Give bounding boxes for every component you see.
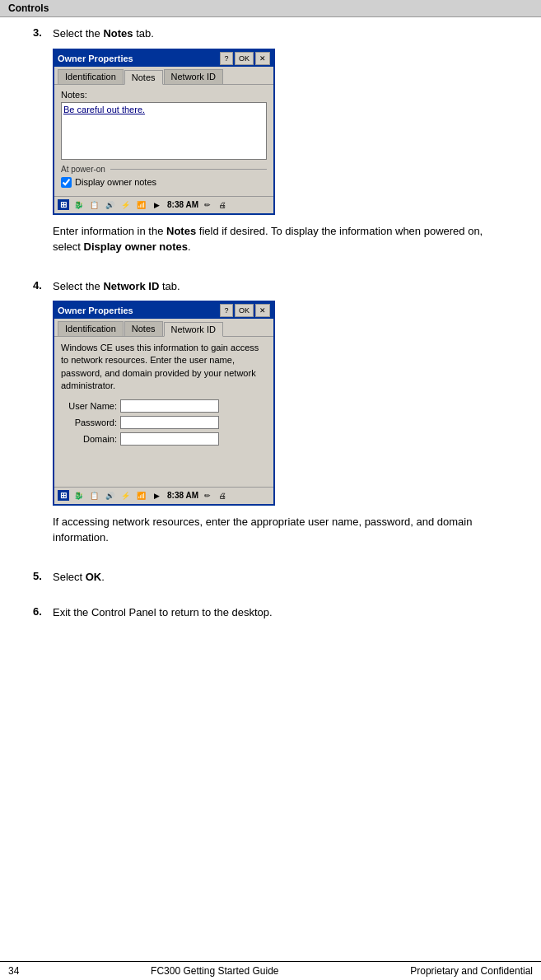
dialog-2-help-button[interactable]: ? [220,304,233,317]
display-owner-notes-label: Display owner notes [75,177,156,187]
taskbar2-icon-2: 📋 [87,489,100,502]
taskbar-icon-1: 🐉 [72,198,85,212]
step-3-text: Select the Notes tab. [53,26,508,42]
dialog-1-body: Notes: Be careful out there. At power-on… [54,85,273,196]
owner-properties-networkid-dialog: Owner Properties ? OK ✕ Identification N… [53,301,275,506]
step-4-description: If accessing network resources, enter th… [53,514,508,546]
tab-networkid-2[interactable]: Network ID [164,322,223,337]
dialog-2-close-button[interactable]: ✕ [255,304,270,317]
username-row: User Name: [61,399,267,413]
taskbar2-icon-3: 🔊 [103,489,116,502]
step-5-content: Select OK. [53,569,508,592]
dialog-1-taskbar: ⊞ 🐉 📋 🔊 ⚡ 📶 ▶ 8:38 AM ✏ 🖨 [54,196,273,213]
step-3-number: 3. [33,26,53,265]
step-3-content: Select the Notes tab. Owner Properties ?… [53,26,508,265]
taskbar2-icon-7: ✏ [201,489,214,502]
page-header: Controls [0,0,541,17]
separator-hr [110,169,267,170]
step-3-bold: Notes [103,27,133,40]
step-6: 6. Exit the Control Panel to return to t… [33,604,508,628]
page-footer: 34 FC300 Getting Started Guide Proprieta… [0,961,541,980]
dialog-2-body: Windows CE uses this information to gain… [54,337,273,487]
step-5-bold: OK [86,571,102,583]
dialog-1-close-button[interactable]: ✕ [255,52,270,65]
username-label: User Name: [61,401,117,411]
step-5-number: 5. [33,569,53,592]
notes-field-label: Notes: [61,90,267,100]
separator-label: At power-on [61,165,105,174]
dialog-2-ok-button[interactable]: OK [235,304,254,317]
start-button-1[interactable]: ⊞ [58,199,69,210]
password-input[interactable] [120,416,219,429]
taskbar-icon-6: ▶ [150,198,163,212]
network-info-text: Windows CE uses this information to gain… [61,342,267,393]
dialog-2-titlebar: Owner Properties ? OK ✕ [54,302,273,319]
step-4: 4. Select the Network ID tab. Owner Prop… [33,278,508,556]
step-5-text: Select OK. [53,569,508,586]
step-6-content: Exit the Control Panel to return to the … [53,604,508,628]
tab-identification-1[interactable]: Identification [58,69,124,84]
domain-input[interactable] [120,432,219,446]
dialog-1-buttons: ? OK ✕ [220,52,270,65]
taskbar2-icon-5: 📶 [134,489,147,502]
taskbar-icon-8: 🖨 [217,198,230,212]
display-owner-notes-checkbox[interactable] [61,177,72,188]
dialog-1-title: Owner Properties [58,54,220,63]
taskbar2-icon-1: 🐉 [72,489,85,502]
header-title: Controls [8,2,49,14]
step-5: 5. Select OK. [33,569,508,592]
start-button-2[interactable]: ⊞ [58,490,69,501]
tab-notes-2[interactable]: Notes [124,321,163,336]
step-3-description: Enter information in the Notes field if … [53,223,508,255]
owner-properties-notes-dialog: Owner Properties ? OK ✕ Identification N… [53,49,275,215]
taskbar-icon-5: 📶 [134,198,147,212]
username-input[interactable] [120,399,219,413]
dialog-1-help-button[interactable]: ? [220,52,233,65]
tab-networkid-1[interactable]: Network ID [164,69,223,84]
taskbar2-icon-8: 🖨 [217,489,230,502]
tab-identification-2[interactable]: Identification [58,321,124,336]
step-4-text: Select the Network ID tab. [53,278,508,295]
password-label: Password: [61,418,117,427]
taskbar-icon-3: 🔊 [103,198,116,212]
domain-row: Domain: [61,432,267,446]
display-owner-notes-row: Display owner notes [61,177,267,188]
taskbar-time-2: 8:38 AM [167,491,198,500]
step-6-number: 6. [33,604,53,628]
taskbar2-icon-4: ⚡ [119,489,132,502]
at-power-on-separator: At power-on [61,165,267,174]
dialog-1-ok-button[interactable]: OK [235,52,254,65]
footer-center: FC300 Getting Started Guide [151,965,278,977]
password-row: Password: [61,416,267,429]
dialog-2-title: Owner Properties [58,306,220,315]
step-4-number: 4. [33,278,53,556]
step-4-bold: Network ID [103,280,159,292]
step-4-content: Select the Network ID tab. Owner Propert… [53,278,508,556]
taskbar-icon-7: ✏ [201,198,214,212]
dialog-2-buttons: ? OK ✕ [220,304,270,317]
step-3: 3. Select the Notes tab. Owner Propertie… [33,26,508,265]
domain-label: Domain: [61,434,117,444]
taskbar-icon-4: ⚡ [119,198,132,212]
dialog-1-tab-bar: Identification Notes Network ID [54,67,273,85]
footer-left: 34 [8,965,19,977]
tab-notes-1[interactable]: Notes [124,70,163,85]
dialog-2-taskbar: ⊞ 🐉 📋 🔊 ⚡ 📶 ▶ 8:38 AM ✏ 🖨 [54,487,273,504]
taskbar-icon-2: 📋 [87,198,100,212]
dialog-2-tab-bar: Identification Notes Network ID [54,319,273,337]
step-6-text: Exit the Control Panel to return to the … [53,604,508,621]
footer-right: Proprietary and Confidential [410,965,533,977]
main-content: 3. Select the Notes tab. Owner Propertie… [0,17,541,657]
notes-content: Be careful out there. [63,105,145,114]
taskbar-time-1: 8:38 AM [167,200,198,209]
dialog-1-titlebar: Owner Properties ? OK ✕ [54,50,273,67]
notes-bold: Notes [166,225,196,237]
taskbar2-icon-6: ▶ [150,489,163,502]
display-owner-notes-bold: Display owner notes [84,240,188,253]
